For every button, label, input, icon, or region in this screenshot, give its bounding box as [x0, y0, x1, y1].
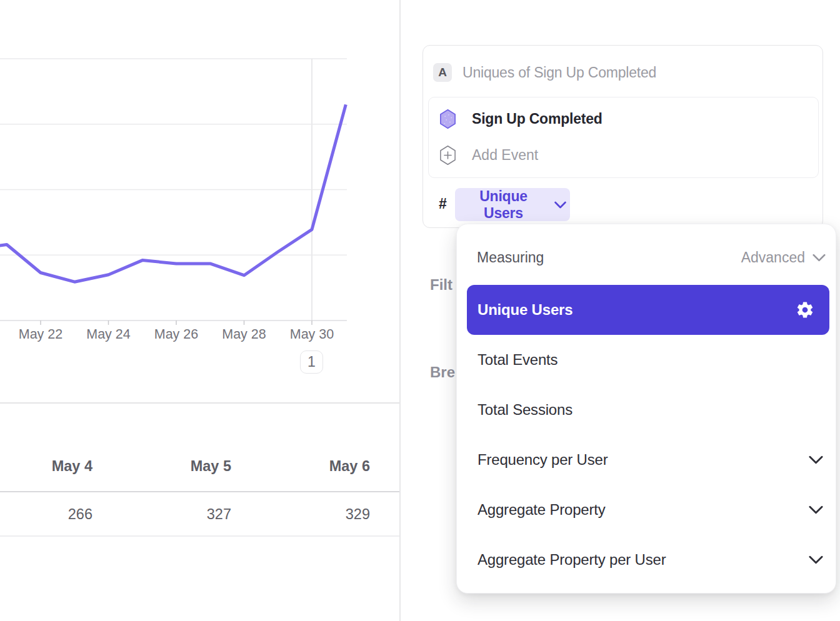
menu-item-label: Frequency per User: [478, 451, 608, 469]
event-card: Sign Up Completed Add Event: [428, 97, 819, 178]
menu-item-total-sessions[interactable]: Total Sessions: [467, 385, 829, 435]
chevron-down-icon: [809, 455, 823, 464]
metric-title: Uniques of Sign Up Completed: [462, 64, 656, 81]
table-cell-value: 327: [106, 506, 231, 523]
advanced-mode-selector[interactable]: Advanced: [741, 249, 826, 266]
table-column-header: May 6: [245, 458, 370, 475]
dropdown-header: Measuring Advanced: [457, 224, 836, 291]
event-hexagon-icon: [439, 109, 457, 129]
measurement-selector-label: Unique Users: [459, 188, 548, 222]
metric-card: A Uniques of Sign Up Completed: [422, 45, 823, 228]
x-axis-label: May 26: [139, 327, 214, 342]
add-event-button[interactable]: Add Event: [439, 137, 538, 173]
insights-screen: May 22May 24May 26May 28May 30 1 May 4Ma…: [0, 0, 840, 621]
menu-item-label: Aggregate Property per User: [478, 551, 666, 569]
event-name: Sign Up Completed: [472, 111, 602, 127]
section-divider: [0, 402, 399, 404]
x-axis-label: May 28: [207, 327, 282, 342]
table-row-divider: [0, 535, 399, 537]
measuring-label: Measuring: [477, 249, 544, 266]
x-axis-label: May 24: [71, 327, 146, 342]
series-a-badge: A: [433, 63, 452, 82]
add-event-icon: [439, 145, 457, 166]
menu-item-total-events[interactable]: Total Events: [467, 335, 829, 385]
menu-item-label: Aggregate Property: [478, 501, 606, 519]
breakdown-section-heading: Bre: [430, 364, 455, 381]
measurement-selector[interactable]: Unique Users: [455, 188, 570, 221]
menu-item-frequency-per-user[interactable]: Frequency per User: [467, 435, 829, 485]
table-cell-value: 266: [0, 506, 92, 523]
measurement-hash-symbol: #: [439, 196, 447, 212]
menu-item-label: Total Events: [478, 351, 558, 369]
table-column-header: May 5: [106, 458, 231, 475]
table-cell-value: 329: [245, 506, 370, 523]
menu-item-unique-users[interactable]: Unique Users: [467, 285, 829, 335]
chart-pane: May 22May 24May 26May 28May 30 1 May 4Ma…: [0, 0, 399, 621]
chevron-down-icon: [812, 254, 826, 262]
pagination-badge[interactable]: 1: [300, 350, 323, 374]
x-axis-label: May 30: [274, 327, 349, 342]
gear-icon[interactable]: [796, 301, 814, 319]
menu-item-label: Unique Users: [478, 301, 572, 319]
chevron-down-icon: [554, 201, 566, 209]
chevron-down-icon: [809, 505, 823, 514]
x-axis-label: May 22: [3, 327, 78, 342]
dropdown-items: Unique UsersTotal EventsTotal SessionsFr…: [467, 285, 829, 585]
table-column-header: May 4: [0, 458, 92, 475]
line-chart: [0, 0, 399, 327]
add-event-label: Add Event: [472, 147, 538, 164]
metric-header: A Uniques of Sign Up Completed: [433, 54, 656, 91]
pane-divider: [399, 0, 401, 621]
chevron-down-icon: [809, 555, 823, 564]
event-row-sign-up-completed[interactable]: Sign Up Completed: [439, 101, 602, 137]
advanced-label: Advanced: [741, 249, 805, 266]
table-header-divider: [0, 491, 399, 492]
menu-item-label: Total Sessions: [478, 401, 572, 419]
measurement-dropdown: Measuring Advanced Unique UsersTotal Eve…: [456, 224, 836, 594]
menu-item-aggregate-property-per-user[interactable]: Aggregate Property per User: [467, 535, 829, 585]
menu-item-aggregate-property[interactable]: Aggregate Property: [467, 485, 829, 535]
filter-section-heading: Filt: [430, 276, 455, 294]
